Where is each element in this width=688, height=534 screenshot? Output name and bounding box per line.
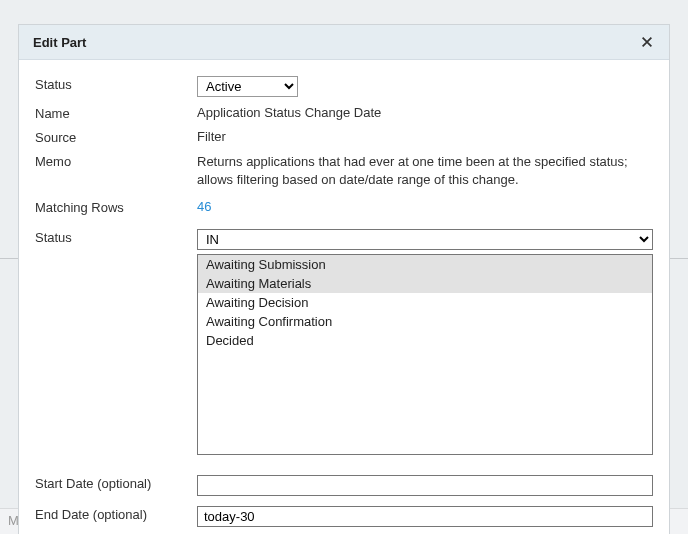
label-status: Status	[35, 227, 197, 245]
value-status: IN Awaiting SubmissionAwaiting Materials…	[197, 227, 653, 455]
modal-title: Edit Part	[33, 35, 86, 50]
modal-header: Edit Part	[19, 25, 669, 60]
row-end-date: End Date (optional)	[35, 504, 653, 527]
modal-body: Status Active Name Application Status Ch…	[19, 60, 669, 534]
label-name: Name	[35, 103, 197, 121]
end-date-input[interactable]	[197, 506, 653, 527]
status-option[interactable]: Awaiting Submission	[198, 255, 652, 274]
start-date-input[interactable]	[197, 475, 653, 496]
row-matching-rows: Matching Rows 46	[35, 197, 653, 215]
value-start-date	[197, 473, 653, 496]
status-option[interactable]: Awaiting Confirmation	[198, 312, 652, 331]
matching-rows-link[interactable]: 46	[197, 197, 653, 214]
value-memo: Returns applications that had ever at on…	[197, 151, 653, 189]
status-option[interactable]: Awaiting Materials	[198, 274, 652, 293]
row-status: Status IN Awaiting SubmissionAwaiting Ma…	[35, 227, 653, 455]
row-start-date: Start Date (optional)	[35, 473, 653, 496]
value-source: Filter	[197, 127, 653, 144]
status-top-select[interactable]: Active	[197, 76, 298, 97]
status-option[interactable]: Decided	[198, 331, 652, 350]
label-end-date: End Date (optional)	[35, 504, 197, 522]
status-listbox[interactable]: Awaiting SubmissionAwaiting MaterialsAwa…	[197, 254, 653, 455]
status-option[interactable]: Awaiting Decision	[198, 293, 652, 312]
label-matching-rows: Matching Rows	[35, 197, 197, 215]
edit-part-modal: Edit Part Status Active Name Application…	[18, 24, 670, 534]
row-status-top: Status Active	[35, 74, 653, 97]
value-name: Application Status Change Date	[197, 103, 653, 120]
row-source: Source Filter	[35, 127, 653, 145]
value-end-date	[197, 504, 653, 527]
row-name: Name Application Status Change Date	[35, 103, 653, 121]
label-status-top: Status	[35, 74, 197, 92]
label-memo: Memo	[35, 151, 197, 169]
row-memo: Memo Returns applications that had ever …	[35, 151, 653, 189]
label-source: Source	[35, 127, 197, 145]
status-operator-select[interactable]: IN	[197, 229, 653, 250]
value-status-top: Active	[197, 74, 653, 97]
label-start-date: Start Date (optional)	[35, 473, 197, 491]
close-icon[interactable]	[639, 34, 655, 50]
